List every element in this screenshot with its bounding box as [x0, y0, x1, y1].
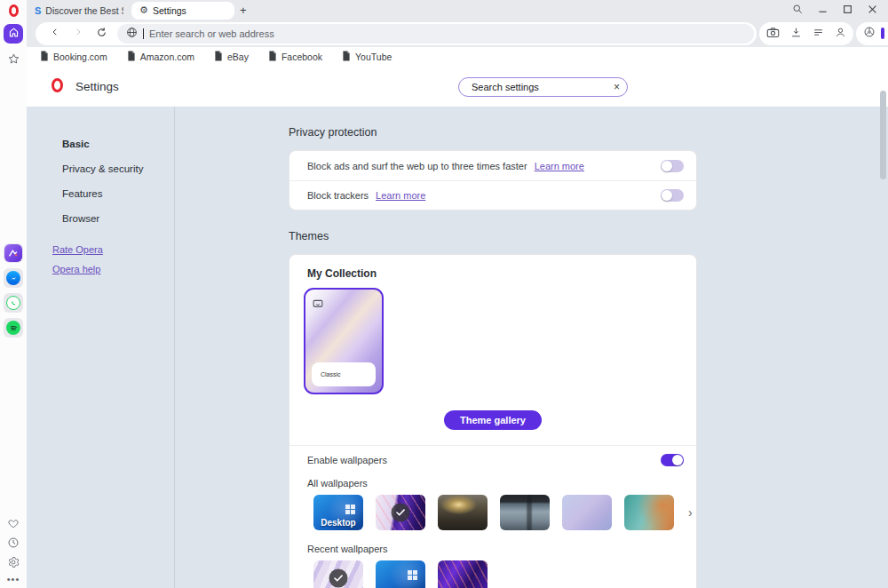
wallpaper-purple-swirl[interactable]	[438, 560, 488, 588]
start-page-button[interactable]	[4, 24, 23, 44]
pinboards-button[interactable]	[7, 518, 20, 532]
tab-discover[interactable]: S Discover the Best Softwar	[27, 2, 131, 20]
sidebar-panel-toggle[interactable]	[856, 22, 888, 45]
profile-button[interactable]	[835, 27, 846, 41]
close-button[interactable]	[868, 4, 877, 17]
opera-logo-icon	[9, 4, 19, 17]
globe-icon	[126, 26, 138, 42]
windows-logo-icon	[345, 505, 355, 514]
block-trackers-learn-more-link[interactable]: Learn more	[376, 190, 425, 201]
recent-wallpapers-row	[313, 560, 696, 588]
block-ads-learn-more-link[interactable]: Learn more	[535, 161, 584, 171]
wallpaper-seaside-porch[interactable]	[500, 495, 550, 530]
page-scrollbar-thumb[interactable]	[880, 91, 886, 179]
bookmark-ebay[interactable]: eBay	[214, 51, 249, 63]
recent-wallpapers-label: Recent wallpapers	[307, 544, 696, 553]
opera-help-link[interactable]: Opera help	[52, 264, 174, 274]
spotify-button[interactable]	[4, 318, 23, 338]
wallpaper-windows-desktop[interactable]: Desktop	[313, 495, 363, 530]
url-input[interactable]: Enter search or web address	[117, 24, 754, 44]
settings-main: Privacy protection Block ads and surf th…	[175, 107, 888, 588]
wallpaper-light-stripes-selected[interactable]	[313, 560, 363, 588]
new-tab-button[interactable]: +	[240, 4, 247, 16]
tab-strip: S Discover the Best Softwar ⚙ Settings +	[27, 0, 888, 20]
bookmark-amazon[interactable]: Amazon.com	[127, 51, 194, 63]
wallpaper-teal-orange[interactable]	[624, 495, 674, 530]
forward-icon	[73, 27, 83, 40]
block-ads-toggle[interactable]	[661, 160, 684, 172]
snapshot-button[interactable]	[766, 27, 780, 41]
spotify-icon	[6, 321, 20, 335]
sidebar-messengers	[0, 243, 27, 338]
bookmarks-button[interactable]	[7, 52, 20, 68]
bookmark-youtube[interactable]: YouTube	[342, 51, 392, 63]
wallpaper-dark-sunset[interactable]	[438, 495, 488, 530]
rate-opera-link[interactable]: Rate Opera	[52, 244, 174, 255]
tab-search-button[interactable]	[792, 4, 803, 17]
sidebar-setup-button[interactable]: •••	[7, 576, 20, 583]
opera-browser-window: ••• S Discover the Best Softwar ⚙ Settin…	[0, 0, 888, 588]
forward-button[interactable]	[67, 27, 90, 40]
home-icon	[8, 27, 20, 41]
star-icon	[7, 52, 20, 68]
minimize-icon	[818, 4, 828, 17]
address-actions	[759, 22, 853, 45]
reading-list-button[interactable]	[813, 27, 824, 41]
messenger-button[interactable]	[4, 268, 23, 288]
whatsapp-button[interactable]	[4, 293, 23, 313]
enable-wallpapers-toggle[interactable]	[661, 454, 684, 466]
maximize-button[interactable]	[843, 4, 852, 17]
bookmark-label: Facebook	[281, 52, 322, 62]
settings-button[interactable]	[7, 556, 20, 571]
aria-icon	[4, 244, 22, 262]
selected-check-icon	[392, 504, 410, 522]
settings-page-header: Settings Search settings ×	[27, 67, 888, 107]
url-placeholder: Enter search or web address	[149, 28, 274, 39]
theme-gallery-button[interactable]: Theme gallery	[444, 410, 542, 430]
clear-search-button[interactable]: ×	[614, 82, 620, 92]
all-wallpapers-label: All wallpapers	[307, 479, 696, 488]
text-caret	[143, 28, 144, 39]
heart-icon	[7, 518, 20, 532]
back-icon	[50, 27, 60, 40]
privacy-protection-card: Block ads and surf the web up to three t…	[289, 150, 697, 211]
back-button[interactable]	[44, 27, 67, 40]
person-icon	[835, 27, 846, 41]
bookmark-label: Booking.com	[53, 52, 107, 62]
messenger-icon	[6, 271, 20, 285]
page-icon	[127, 51, 136, 63]
privacy-protection-heading: Privacy protection	[289, 126, 888, 139]
wallpaper-lavender[interactable]	[562, 495, 612, 530]
aria-button[interactable]	[4, 243, 23, 263]
nav-item-basic[interactable]: Basic	[62, 139, 174, 149]
enable-wallpapers-label: Enable wallpapers	[307, 455, 387, 465]
themes-card: My Collection Classic Theme gallery Enab…	[289, 254, 697, 588]
nav-item-browser[interactable]: Browser	[62, 213, 174, 224]
minimize-button[interactable]	[818, 4, 828, 17]
tab-settings[interactable]: ⚙ Settings	[131, 2, 234, 20]
page-icon	[214, 51, 223, 63]
wallpaper-windows-desktop[interactable]	[376, 560, 425, 588]
reload-button[interactable]	[90, 27, 114, 41]
bookmark-facebook[interactable]: Facebook	[268, 51, 322, 63]
block-trackers-row: Block trackers Learn more	[289, 180, 696, 210]
block-trackers-toggle[interactable]	[661, 189, 684, 202]
page-icon	[40, 51, 49, 63]
history-button[interactable]	[7, 536, 20, 552]
windows-logo-icon	[408, 570, 417, 580]
theme-classic[interactable]: Classic	[304, 288, 384, 394]
bookmark-booking[interactable]: Booking.com	[40, 51, 107, 63]
page-icon	[268, 51, 277, 63]
block-ads-label: Block ads and surf the web up to three t…	[307, 161, 527, 171]
bookmark-label: eBay	[227, 52, 249, 62]
reload-icon	[96, 27, 107, 41]
settings-search-input[interactable]: Search settings ×	[458, 77, 628, 97]
nav-item-features[interactable]: Features	[62, 188, 174, 199]
settings-search-placeholder: Search settings	[472, 82, 614, 92]
sidebar-bottom: •••	[0, 518, 27, 583]
nav-links: Rate Opera Opera help	[62, 244, 174, 274]
scroll-wallpapers-button[interactable]: ›	[686, 505, 693, 520]
downloads-button[interactable]	[790, 27, 802, 41]
nav-item-privacy-security[interactable]: Privacy & security	[62, 163, 174, 174]
wallpaper-purple-swirl-selected[interactable]	[376, 495, 425, 530]
